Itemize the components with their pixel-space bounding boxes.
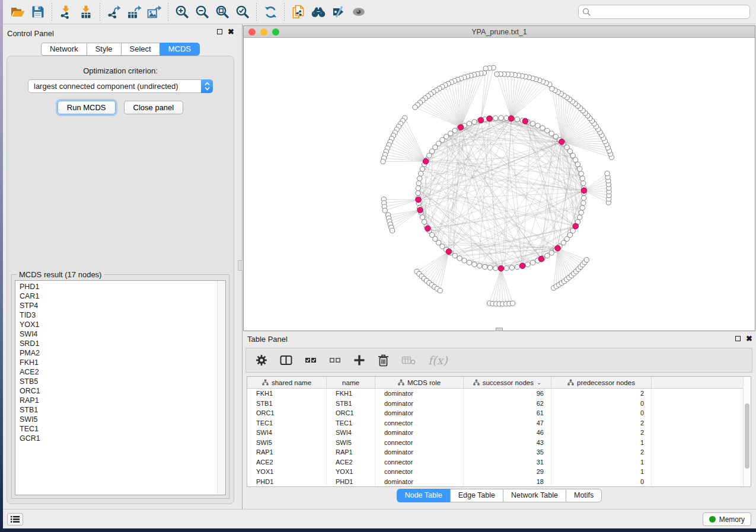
table-cell[interactable]: 2	[551, 389, 652, 399]
table-cell[interactable]: TEC1	[247, 418, 327, 428]
table-scrollbar[interactable]	[743, 377, 751, 486]
table-cell[interactable]: dominator	[375, 477, 464, 487]
column-header-successor-nodes[interactable]: successor nodes⌄	[464, 377, 551, 388]
table-cell[interactable]: 29	[464, 467, 551, 477]
show-hide-button[interactable]	[349, 2, 369, 22]
table-cell[interactable]: 1	[551, 467, 652, 477]
zoom-out-button[interactable]	[192, 2, 212, 22]
mcds-result-item[interactable]: TEC1	[20, 424, 225, 434]
table-cell[interactable]: SWI5	[327, 438, 375, 448]
mcds-result-item[interactable]: SRD1	[20, 339, 225, 348]
float-icon[interactable]	[735, 336, 741, 341]
zoom-selected-button[interactable]	[232, 2, 253, 22]
table-row[interactable]: ACE2ACE2connector311	[247, 457, 751, 467]
table-cell[interactable]: FKH1	[247, 389, 327, 399]
column-header-shared-name[interactable]: shared name	[247, 377, 327, 388]
mcds-result-item[interactable]: RAP1	[20, 396, 225, 405]
tab-network-table[interactable]: Network Table	[503, 489, 566, 502]
export-network-button[interactable]	[104, 2, 124, 22]
destroy-table-icon[interactable]	[401, 355, 416, 366]
split-columns-icon[interactable]	[280, 354, 292, 366]
table-cell[interactable]: dominator	[375, 447, 464, 457]
tab-node-table[interactable]: Node Table	[397, 489, 450, 502]
search-input[interactable]	[591, 8, 746, 16]
mcds-result-item[interactable]: ORC1	[20, 386, 225, 396]
search-box[interactable]	[578, 5, 750, 19]
mcds-result-item[interactable]: STB1	[20, 405, 225, 415]
tab-select[interactable]: Select	[121, 43, 160, 56]
zoom-fit-button[interactable]	[212, 2, 232, 22]
clone-network-button[interactable]	[288, 2, 308, 22]
table-cell[interactable]: 0	[551, 477, 652, 487]
close-icon[interactable]: ✖	[746, 335, 752, 342]
table-cell[interactable]: STB1	[327, 399, 375, 409]
open-file-button[interactable]	[8, 2, 28, 22]
table-cell[interactable]: PHD1	[247, 477, 327, 487]
maximize-traffic-light[interactable]	[272, 28, 279, 36]
table-cell[interactable]: connector	[375, 457, 464, 467]
table-cell[interactable]: RAP1	[327, 447, 375, 457]
mcds-result-item[interactable]: STB5	[20, 377, 225, 386]
table-cell[interactable]: 1	[551, 438, 652, 448]
gear-icon[interactable]	[256, 354, 267, 366]
task-history-button[interactable]	[7, 513, 23, 525]
table-cell[interactable]: SWI4	[327, 428, 375, 438]
table-row[interactable]: STB1STB1dominator620	[247, 399, 751, 409]
table-cell[interactable]: PHD1	[327, 477, 375, 487]
delete-column-icon[interactable]	[378, 354, 389, 367]
select-all-icon[interactable]	[305, 354, 317, 366]
mcds-result-item[interactable]: ACE2	[20, 367, 225, 377]
deselect-all-icon[interactable]	[329, 354, 341, 366]
close-panel-button[interactable]: Close panel	[124, 101, 184, 114]
function-builder-icon[interactable]: f(x)	[428, 354, 448, 367]
import-network-button[interactable]	[56, 2, 76, 22]
table-row[interactable]: YOX1YOX1connector291	[247, 467, 751, 477]
mcds-result-item[interactable]: PMA2	[20, 348, 225, 358]
table-cell[interactable]: 96	[464, 389, 551, 399]
table-cell[interactable]: 61	[464, 408, 551, 418]
table-cell[interactable]: YOX1	[247, 467, 327, 477]
table-cell[interactable]: 62	[464, 399, 551, 409]
network-canvas[interactable]	[244, 38, 755, 330]
table-cell[interactable]: ORC1	[327, 408, 375, 418]
table-cell[interactable]: 43	[464, 438, 551, 448]
export-table-button[interactable]	[124, 2, 144, 22]
table-cell[interactable]: dominator	[375, 399, 464, 409]
list-scrollbar[interactable]	[217, 281, 225, 495]
mcds-result-item[interactable]: TID3	[20, 310, 225, 320]
table-cell[interactable]: RAP1	[247, 447, 327, 457]
table-cell[interactable]: 0	[551, 408, 652, 418]
table-cell[interactable]: SWI4	[247, 428, 327, 438]
close-icon[interactable]: ✖	[228, 28, 234, 35]
table-row[interactable]: FKH1FKH1dominator962	[247, 389, 751, 399]
export-image-button[interactable]	[144, 2, 164, 22]
hide-graphics-details-button[interactable]	[328, 2, 349, 22]
table-row[interactable]: SWI4SWI4dominator462	[247, 428, 751, 438]
mcds-result-item[interactable]: STP4	[20, 301, 225, 310]
mcds-result-list[interactable]: PHD1CAR1STP4TID3YOX1SWI4SRD1PMA2FKH1ACE2…	[15, 280, 226, 495]
table-cell[interactable]: 47	[464, 418, 551, 428]
table-cell[interactable]: connector	[375, 418, 464, 428]
table-cell[interactable]: STB1	[247, 399, 327, 409]
column-header-predecessor-nodes[interactable]: predecessor nodes	[551, 377, 652, 388]
refresh-button[interactable]	[260, 2, 280, 22]
zoom-in-button[interactable]	[172, 2, 192, 22]
network-graph[interactable]	[244, 38, 755, 330]
memory-button[interactable]: Memory	[703, 512, 751, 526]
mcds-result-item[interactable]: FKH1	[20, 358, 225, 367]
column-header-mcds-role[interactable]: MCDS role	[375, 377, 464, 388]
table-cell[interactable]: 31	[464, 457, 551, 467]
splitter-handle[interactable]	[238, 260, 243, 271]
run-mcds-button[interactable]: Run MCDS	[58, 101, 116, 114]
mcds-result-item[interactable]: CAR1	[20, 291, 225, 301]
table-row[interactable]: SWI5SWI5connector431	[247, 438, 751, 448]
mcds-result-item[interactable]: PHD1	[20, 282, 225, 291]
tab-edge-table[interactable]: Edge Table	[450, 489, 503, 502]
table-cell[interactable]: connector	[375, 438, 464, 448]
table-row[interactable]: ORC1ORC1dominator610	[247, 408, 751, 418]
table-cell[interactable]: 18	[464, 477, 551, 487]
table-cell[interactable]: dominator	[375, 389, 464, 399]
table-cell[interactable]: ACE2	[247, 457, 327, 467]
tab-network[interactable]: Network	[41, 43, 87, 56]
table-row[interactable]: PHD1PHD1dominator180	[247, 477, 751, 487]
